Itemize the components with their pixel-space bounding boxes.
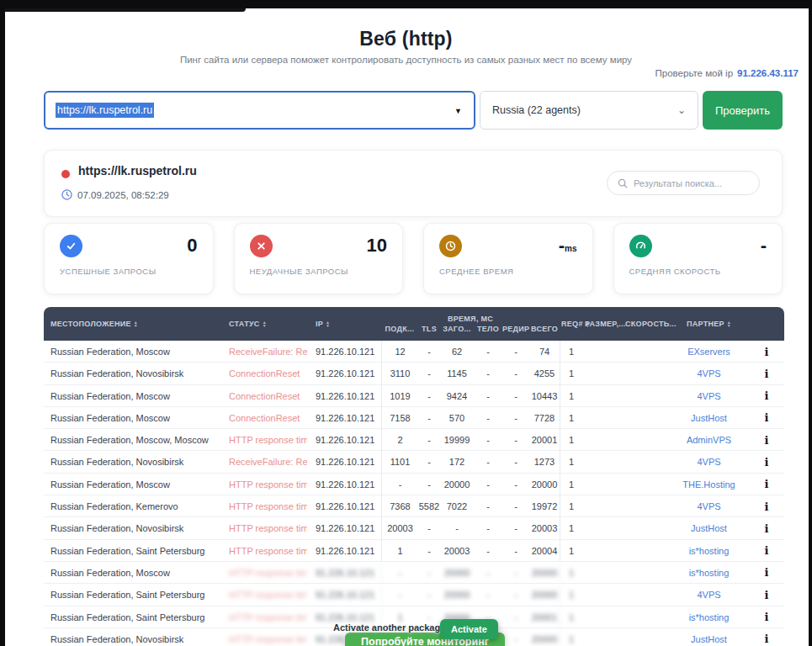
partner-link[interactable]: 4VPS — [669, 368, 749, 379]
cell-status[interactable]: HTTP response time... — [219, 612, 307, 622]
info-icon[interactable]: i — [749, 633, 784, 645]
col-connect[interactable]: ПОДК... — [381, 325, 418, 333]
info-icon[interactable]: i — [749, 411, 784, 424]
info-icon[interactable]: i — [749, 434, 784, 447]
cell-time-total: 4255 — [529, 368, 560, 379]
cell-time-redirect: - — [502, 568, 529, 578]
browser-page: Веб (http) Пинг сайта или сервера поможе… — [0, 0, 812, 646]
cell-status[interactable]: HTTP response time... — [219, 523, 307, 533]
cell-status[interactable]: HTTP response time... — [219, 501, 307, 511]
screen-edge-right — [809, 0, 812, 646]
cell-location: Russian Federation, Moscow — [44, 391, 219, 401]
partner-link[interactable]: is*hosting — [669, 612, 749, 622]
partner-link[interactable]: THE.Hosting — [669, 479, 749, 490]
partner-link[interactable]: JustHost — [669, 523, 749, 533]
cell-time-connect: - — [381, 584, 418, 606]
results-search-input[interactable]: Результаты поиска... — [607, 171, 760, 195]
cell-location: Russian Federation, Novosibirsk — [44, 368, 219, 379]
partner-link[interactable]: 4VPS — [669, 501, 749, 511]
cell-req: 1 — [560, 562, 585, 584]
col-body[interactable]: ТЕЛО — [474, 325, 502, 333]
cell-req: 1 — [560, 606, 585, 628]
cell-status[interactable]: ReceiveFailure: Rece... — [219, 347, 307, 357]
cell-time-connect: 1019 — [381, 385, 418, 407]
url-dropdown-caret-icon[interactable]: ▼ — [454, 107, 462, 115]
col-size[interactable]: РАЗМЕР,... — [585, 320, 625, 328]
partner-link[interactable]: AdminVPS — [669, 435, 749, 445]
cell-status[interactable]: ConnectionReset — [219, 391, 307, 401]
info-icon[interactable]: i — [749, 456, 784, 469]
cell-status[interactable]: HTTP response time... — [219, 568, 307, 578]
cell-req: 1 — [560, 584, 585, 606]
cell-status[interactable]: ConnectionReset — [219, 413, 307, 423]
info-icon[interactable]: i — [749, 522, 784, 535]
col-headers[interactable]: ЗАГО... — [440, 325, 474, 333]
my-ip-link[interactable]: 91.226.43.117 — [737, 68, 799, 78]
check-button[interactable]: Проверить — [703, 91, 783, 130]
info-icon[interactable]: i — [749, 389, 784, 402]
info-icon[interactable]: i — [749, 478, 784, 490]
cell-status[interactable]: HTTP response time... — [219, 634, 307, 644]
cell-time-connect: 7158 — [381, 407, 418, 429]
table-body: Russian Federation, Moscow ReceiveFailur… — [44, 341, 784, 646]
cell-time-connect: 12 — [381, 341, 418, 363]
cell-time-tls: - — [418, 413, 440, 423]
partner-link[interactable]: EXservers — [669, 347, 749, 357]
info-icon[interactable]: i — [749, 346, 784, 358]
col-tls[interactable]: TLS — [418, 325, 440, 333]
col-location[interactable]: МЕСТОПОЛОЖЕНИЕ▲▼ — [44, 320, 219, 328]
col-ip[interactable]: IP▲▼ — [307, 320, 381, 328]
cell-req: 1 — [560, 495, 585, 517]
partner-link[interactable]: JustHost — [669, 413, 749, 423]
cell-time-headers: 570 — [440, 413, 474, 423]
my-ip-line: Проверьте мой ip91.226.43.117 — [655, 68, 799, 78]
col-total[interactable]: ВСЕГО — [529, 325, 560, 333]
partner-link[interactable]: JustHost — [669, 634, 749, 644]
stat-label: НЕУДАЧНЫЕ ЗАПРОСЫ — [250, 267, 388, 276]
activate-button[interactable]: Activate — [440, 619, 498, 639]
partner-link[interactable]: is*hosting — [669, 546, 749, 556]
url-input[interactable]: https://lk.ruspetrol.ru ▼ — [44, 91, 475, 130]
cell-ip: 91.226.10.121 — [307, 479, 381, 490]
cell-status[interactable]: ReceiveFailure: Rece... — [219, 457, 307, 467]
cell-time-total: 20001 — [529, 435, 560, 445]
my-ip-label: Проверьте мой ip — [655, 68, 734, 78]
cell-req: 1 — [560, 628, 585, 646]
cell-time-connect: 1101 — [381, 451, 418, 473]
info-icon[interactable]: i — [749, 368, 784, 380]
col-status[interactable]: СТАТУС▲▼ — [219, 320, 307, 328]
partner-link[interactable]: 4VPS — [669, 457, 749, 467]
cell-time-headers: 20000 — [440, 479, 474, 490]
info-icon[interactable]: i — [749, 500, 784, 513]
partner-link[interactable]: is*hosting — [669, 568, 749, 578]
info-icon[interactable]: i — [749, 544, 784, 557]
cell-status[interactable]: HTTP response time... — [219, 479, 307, 490]
target-url[interactable]: https://lk.ruspetrol.ru — [78, 164, 197, 177]
cell-time-redirect: - — [502, 501, 529, 511]
cell-time-body: - — [474, 435, 502, 445]
info-icon[interactable]: i — [749, 611, 784, 623]
partner-link[interactable]: 4VPS — [669, 391, 749, 401]
col-redirect[interactable]: РЕДИР — [502, 325, 529, 333]
cell-time-total: 1273 — [529, 457, 560, 467]
cell-status[interactable]: HTTP response time... — [219, 590, 307, 600]
info-icon[interactable]: i — [749, 589, 784, 601]
cell-location: Russian Federation, Moscow, Moscow — [44, 435, 219, 445]
col-req[interactable]: REQ#▲▼ — [560, 320, 585, 328]
cell-time-total: 20003 — [529, 523, 560, 533]
col-partner[interactable]: ПАРТНЕР▲▼ — [669, 320, 749, 328]
cell-status[interactable]: HTTP response time... — [219, 546, 307, 556]
region-select[interactable]: Russia (22 agents) ⌄ — [480, 91, 698, 130]
cell-location: Russian Federation, Kemerovo — [44, 501, 219, 511]
cell-location: Russian Federation, Moscow — [44, 347, 219, 357]
cell-ip: 91.226.10.121 — [307, 413, 381, 423]
cell-req: 1 — [560, 407, 585, 429]
cell-time-connect: 1 — [381, 540, 418, 562]
col-speed[interactable]: СКОРОСТЬ... — [625, 320, 669, 328]
cell-status[interactable]: ConnectionReset — [219, 368, 307, 379]
info-icon[interactable]: i — [749, 566, 784, 579]
cell-time-connect: 2 — [381, 429, 418, 451]
cell-status[interactable]: HTTP response time... — [219, 435, 307, 445]
cell-time-body: - — [474, 523, 502, 533]
partner-link[interactable]: 4VPS — [669, 590, 749, 600]
